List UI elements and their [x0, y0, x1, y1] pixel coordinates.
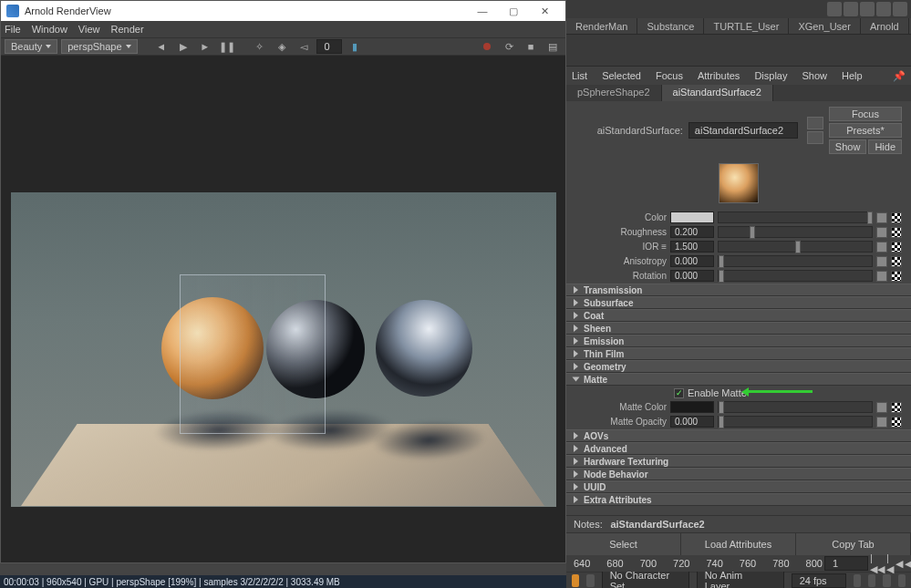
menu-window[interactable]: Window [32, 24, 67, 35]
anisotropy-slider[interactable] [718, 255, 873, 267]
refresh-icon[interactable]: ⟳ [500, 39, 518, 54]
shelf-tab-renderman[interactable]: RenderMan [566, 18, 637, 34]
section-sheen[interactable]: Sheen [566, 322, 911, 335]
fps-select[interactable]: 24 fps [792, 573, 846, 588]
aov-select[interactable]: Beauty [5, 39, 57, 54]
play-back-icon[interactable]: ◀ [905, 557, 911, 570]
isolate-icon[interactable]: ▮ [346, 39, 364, 54]
snapshot-icon[interactable]: ◈ [273, 39, 291, 54]
stop-icon[interactable]: ■ [522, 39, 540, 54]
shelf-tab-substance[interactable]: Substance [637, 18, 704, 34]
focus-button[interactable]: Focus [829, 107, 902, 121]
material-swatch[interactable] [719, 163, 759, 203]
section-transmission[interactable]: Transmission [566, 284, 911, 296]
matte-color-slider[interactable] [718, 401, 873, 413]
step-back-icon[interactable]: ◀ [895, 557, 903, 570]
step-back-icon[interactable]: ◅ [295, 39, 313, 54]
loop-icon[interactable] [868, 574, 875, 587]
roughness-slider[interactable] [718, 226, 873, 238]
anisotropy-field[interactable]: 0.000 [670, 255, 714, 267]
prev-frame-icon[interactable]: ◄ [152, 39, 171, 54]
matte-opacity-field[interactable]: 0.000 [670, 416, 714, 428]
settings-icon[interactable]: ▤ [543, 39, 562, 54]
shelf-icon[interactable] [876, 2, 891, 16]
tab-shape[interactable]: pSphereShape2 [566, 85, 662, 101]
step-back-key-icon[interactable]: |◀ [886, 557, 894, 570]
sync-icon[interactable] [854, 574, 861, 587]
section-hwtex[interactable]: Hardware Texturing [566, 455, 911, 468]
hide-button[interactable]: Hide [868, 139, 902, 154]
ae-menu-show[interactable]: Show [802, 70, 827, 81]
matte-opacity-slider[interactable] [718, 416, 873, 428]
camera-select[interactable]: perspShape [61, 39, 137, 54]
section-matte[interactable]: Matte [566, 373, 911, 386]
texture-button[interactable] [891, 212, 902, 223]
section-extra[interactable]: Extra Attributes [566, 493, 911, 506]
matte-color-swatch[interactable] [670, 401, 714, 413]
menu-file[interactable]: File [5, 24, 21, 35]
map-button[interactable] [876, 256, 887, 267]
goto-output-icon[interactable] [807, 131, 823, 144]
map-button[interactable] [876, 227, 887, 238]
autokey-icon[interactable] [572, 574, 579, 587]
color-swatch[interactable] [670, 211, 714, 223]
frame-input[interactable]: 0 [316, 39, 342, 54]
shelf-icon[interactable] [860, 2, 875, 16]
render-viewport[interactable] [1, 56, 565, 562]
record-icon[interactable] [478, 39, 496, 54]
map-button[interactable] [876, 242, 887, 253]
texture-button[interactable] [891, 242, 902, 253]
minimize-button[interactable]: — [467, 2, 498, 20]
section-geometry[interactable]: Geometry [566, 360, 911, 373]
section-thinfilm[interactable]: Thin Film [566, 347, 911, 360]
shelf-icon[interactable] [844, 2, 858, 16]
section-uuid[interactable]: UUID [566, 480, 911, 493]
audio-icon[interactable] [883, 574, 890, 587]
ae-menu-selected[interactable]: Selected [602, 70, 641, 81]
select-button[interactable]: Select [566, 533, 681, 555]
close-button[interactable]: ✕ [529, 2, 560, 20]
texture-button[interactable] [891, 256, 902, 267]
shelf-icon[interactable] [827, 2, 842, 16]
load-attributes-button[interactable]: Load Attributes [681, 533, 796, 555]
ae-menu-help[interactable]: Help [842, 70, 863, 81]
current-frame-field[interactable]: 1 [824, 556, 868, 571]
ae-menu-attributes[interactable]: Attributes [698, 70, 740, 81]
play-icon[interactable]: ▶ [174, 39, 192, 54]
section-coat[interactable]: Coat [566, 309, 911, 322]
section-advanced[interactable]: Advanced [566, 442, 911, 455]
pause-icon[interactable]: ❚❚ [218, 39, 236, 54]
texture-button[interactable] [891, 417, 902, 428]
enable-matte-checkbox[interactable]: ✓ [674, 388, 684, 398]
next-frame-icon[interactable]: ► [196, 39, 214, 54]
copy-tab-button[interactable]: Copy Tab [796, 533, 911, 555]
rotation-slider[interactable] [718, 270, 873, 282]
shelf-tab-xgen[interactable]: XGen_User [789, 18, 860, 34]
ior-field[interactable]: 1.500 [670, 241, 714, 253]
texture-button[interactable] [891, 271, 902, 282]
shelf-tab-arnold[interactable]: Arnold [861, 18, 909, 34]
section-emission[interactable]: Emission [566, 335, 911, 347]
texture-button[interactable] [891, 227, 902, 238]
go-start-icon[interactable]: |◀◀ [870, 557, 885, 570]
shelf-tab-turtle[interactable]: TURTLE_User [704, 18, 789, 34]
shelf-icon[interactable] [893, 2, 907, 16]
maximize-button[interactable]: ▢ [498, 2, 529, 20]
ae-menu-list[interactable]: List [572, 70, 587, 81]
roughness-field[interactable]: 0.200 [670, 226, 714, 238]
ior-slider[interactable] [718, 241, 873, 253]
rotation-field[interactable]: 0.000 [670, 270, 714, 282]
pin-icon[interactable]: 📌 [893, 70, 906, 82]
show-button[interactable]: Show [829, 139, 867, 154]
section-subsurface[interactable]: Subsurface [566, 296, 911, 309]
presets-button[interactable]: Presets* [829, 123, 902, 138]
map-button[interactable] [876, 402, 887, 413]
ae-menu-focus[interactable]: Focus [656, 70, 683, 81]
section-nodebeh[interactable]: Node Behavior [566, 468, 911, 480]
ae-menu-display[interactable]: Display [754, 70, 787, 81]
goto-input-icon[interactable] [807, 117, 823, 129]
crosshair-icon[interactable]: ✧ [251, 39, 269, 54]
section-aovs[interactable]: AOVs [566, 429, 911, 442]
keyframe-icon[interactable] [586, 574, 594, 587]
time-slider[interactable]: 640 680 700 720 740 760 780 800 1 |◀◀ |◀… [566, 555, 911, 572]
